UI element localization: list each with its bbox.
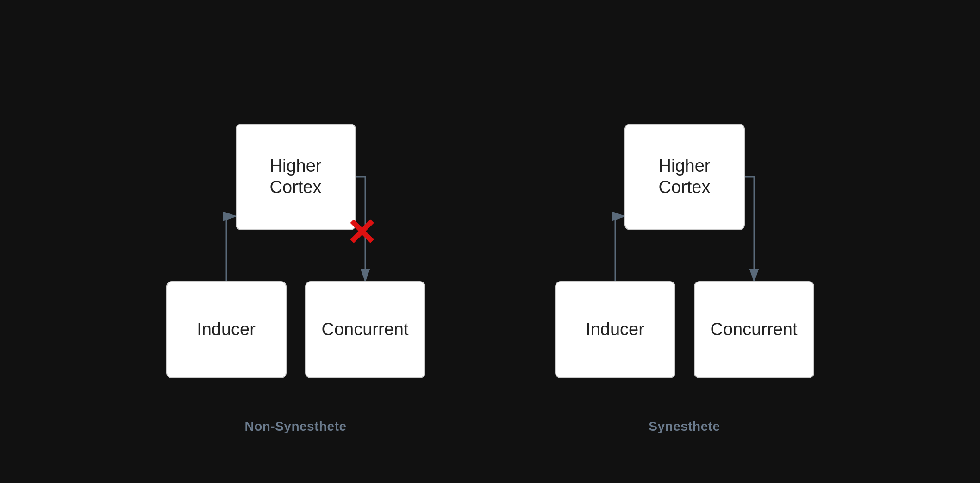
inducer-box-right: Inducer [555,281,675,378]
inducer-label-right: Inducer [586,319,644,340]
higher-cortex-label-right: HigherCortex [659,156,711,198]
main-container: HigherCortex Inducer Concurrent ✕ Non-Sy… [0,0,980,483]
non-synesthete-label: Non-Synesthete [244,419,346,434]
inducer-box-left: Inducer [166,281,287,378]
concurrent-label-right: Concurrent [711,319,798,340]
red-x-icon: ✕ [346,214,377,251]
concurrent-box-left: Concurrent [305,281,425,378]
higher-cortex-box-right: HigherCortex [624,124,745,230]
diagrams-wrapper: HigherCortex Inducer Concurrent ✕ Non-Sy… [166,96,814,388]
non-synesthete-diagram: HigherCortex Inducer Concurrent ✕ Non-Sy… [166,124,425,388]
synesthete-diagram: HigherCortex Inducer Concurrent Synesthe… [555,124,814,388]
higher-cortex-label-left: HigherCortex [270,156,322,198]
concurrent-box-right: Concurrent [694,281,814,378]
inducer-label-left: Inducer [197,319,256,340]
synesthete-label: Synesthete [649,419,720,434]
concurrent-label-left: Concurrent [322,319,409,340]
higher-cortex-box-left: HigherCortex [236,124,356,230]
